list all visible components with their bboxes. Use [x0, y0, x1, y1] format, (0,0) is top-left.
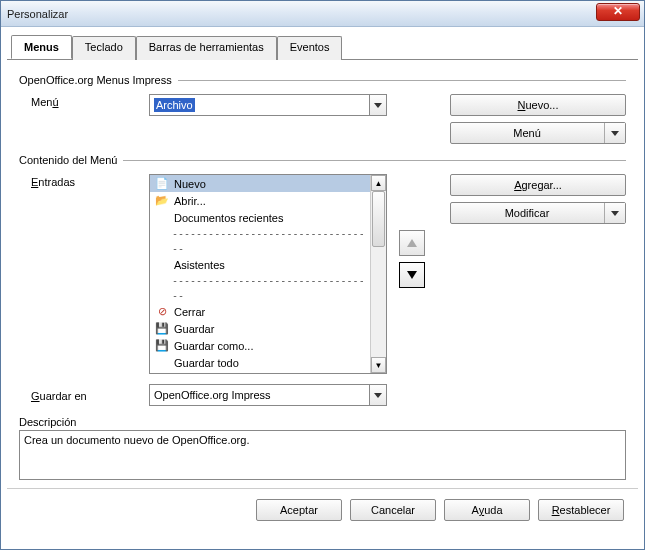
menu-combo-value[interactable]: Archivo: [149, 94, 369, 116]
list-item-label: Nuevo: [174, 178, 206, 190]
scroll-up-icon[interactable]: ▲: [371, 175, 386, 191]
save-icon: 💾: [154, 321, 170, 337]
divider: [123, 160, 626, 161]
titlebar: Personalizar ✕: [1, 1, 644, 27]
cancel-button[interactable]: Cancelar: [350, 499, 436, 521]
arrow-up-icon: [407, 239, 417, 247]
dialog-footer: Aceptar Cancelar Ayuda Restablecer: [7, 488, 638, 521]
arrow-down-icon: [407, 271, 417, 279]
description-text: Crea un documento nuevo de OpenOffice.or…: [24, 434, 249, 446]
ok-button[interactable]: Aceptar: [256, 499, 342, 521]
new-button[interactable]: Nuevo...: [450, 94, 626, 116]
document-icon: 📄: [154, 176, 170, 192]
menu-label: Menú: [19, 94, 149, 108]
modify-button[interactable]: Modificar: [450, 202, 626, 224]
close-doc-icon: ⊘: [154, 304, 170, 320]
entries-label: Entradas: [19, 174, 149, 188]
scroll-thumb[interactable]: [372, 191, 385, 247]
tab-teclado[interactable]: Teclado: [72, 36, 136, 60]
tab-eventos[interactable]: Eventos: [277, 36, 343, 60]
help-button[interactable]: Ayuda: [444, 499, 530, 521]
save-in-combo[interactable]: OpenOffice.org Impress: [149, 384, 387, 406]
entries-listbox[interactable]: 📄 Nuevo 📂 Abrir... Documentos recientes …: [149, 174, 387, 374]
list-item[interactable]: 📂 Abrir...: [150, 192, 370, 209]
scroll-down-icon[interactable]: ▼: [371, 357, 386, 373]
chevron-down-icon[interactable]: [611, 131, 619, 136]
chevron-down-icon[interactable]: [369, 384, 387, 406]
reset-button[interactable]: Restablecer: [538, 499, 624, 521]
list-item[interactable]: Guardar todo: [150, 354, 370, 371]
list-item-label: Documentos recientes: [174, 212, 283, 224]
reorder-buttons: [399, 230, 425, 288]
scroll-track[interactable]: [371, 191, 386, 357]
menu-button[interactable]: Menú: [450, 122, 626, 144]
list-item[interactable]: 💾 Guardar como...: [150, 337, 370, 354]
blank-icon: [154, 257, 170, 273]
blank-icon: [154, 210, 170, 226]
list-item[interactable]: Asistentes: [150, 256, 370, 273]
list-item[interactable]: 📄 Nuevo: [150, 175, 370, 192]
tab-bar: Menus Teclado Barras de herramientas Eve…: [7, 35, 638, 60]
save-in-label: Guardar en: [19, 388, 149, 402]
group1-title: OpenOffice.org Menus Impress: [19, 74, 172, 86]
chevron-down-icon[interactable]: [369, 94, 387, 116]
description-label: Descripción: [19, 416, 626, 428]
list-separator[interactable]: ----------------------------------: [150, 371, 370, 373]
scrollbar[interactable]: ▲ ▼: [370, 175, 386, 373]
save-in-value[interactable]: OpenOffice.org Impress: [149, 384, 369, 406]
menu-combo[interactable]: Archivo: [149, 94, 387, 116]
list-separator[interactable]: ----------------------------------: [150, 226, 370, 256]
list-item[interactable]: 💾 Guardar: [150, 320, 370, 337]
tab-barras[interactable]: Barras de herramientas: [136, 36, 277, 60]
list-item-label: Cerrar: [174, 306, 205, 318]
list-item-label: Abrir...: [174, 195, 206, 207]
list-item-label: Guardar como...: [174, 340, 253, 352]
save-as-icon: 💾: [154, 338, 170, 354]
list-item-label: Guardar: [174, 323, 214, 335]
list-item-label: Guardar todo: [174, 357, 239, 369]
list-item[interactable]: Documentos recientes: [150, 209, 370, 226]
move-down-button[interactable]: [399, 262, 425, 288]
panel: OpenOffice.org Menus Impress Menú Archiv…: [1, 60, 644, 488]
close-icon[interactable]: ✕: [596, 3, 640, 21]
folder-open-icon: 📂: [154, 193, 170, 209]
divider: [178, 80, 626, 81]
description-box: Crea un documento nuevo de OpenOffice.or…: [19, 430, 626, 480]
add-button[interactable]: Agregar...: [450, 174, 626, 196]
list-item-label: Asistentes: [174, 259, 225, 271]
chevron-down-icon[interactable]: [611, 211, 619, 216]
list-separator[interactable]: ----------------------------------: [150, 273, 370, 303]
group2-title: Contenido del Menú: [19, 154, 117, 166]
list-item[interactable]: ⊘ Cerrar: [150, 303, 370, 320]
blank-icon: [154, 355, 170, 371]
tab-menus[interactable]: Menus: [11, 35, 72, 59]
window-title: Personalizar: [7, 8, 68, 20]
move-up-button[interactable]: [399, 230, 425, 256]
